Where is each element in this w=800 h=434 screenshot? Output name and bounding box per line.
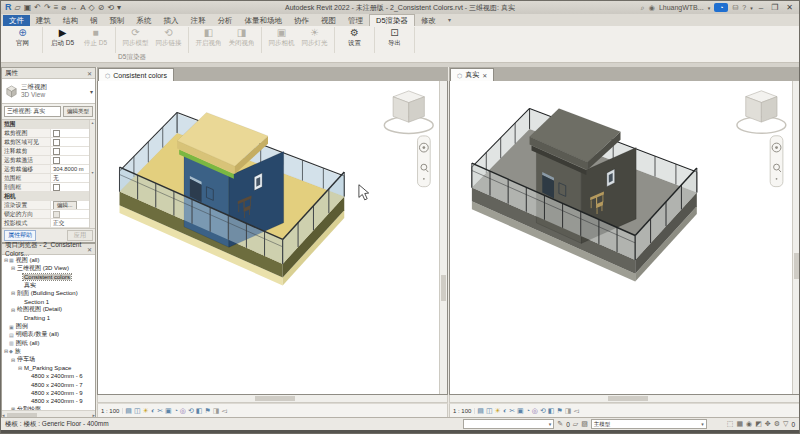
- apply-button[interactable]: 应用: [67, 230, 93, 241]
- properties-help-link[interactable]: 属性帮助: [4, 230, 36, 241]
- official-site-button[interactable]: ⊕官网: [6, 27, 39, 53]
- settings-button[interactable]: ⚙设置: [338, 27, 371, 53]
- browser-close-icon[interactable]: ✕: [87, 246, 92, 253]
- properties-scrollbar[interactable]: ▴▾: [89, 120, 95, 228]
- tree-item-15[interactable]: 4800 x 2400mm - 7: [2, 380, 95, 388]
- design-option-select[interactable]: 主模型▾: [591, 419, 707, 429]
- restore-button[interactable]: ❐: [769, 3, 780, 12]
- worksets-icon[interactable]: ▱: [573, 420, 578, 428]
- checkbox[interactable]: [53, 139, 60, 146]
- shadows-icon[interactable]: ◐: [503, 406, 507, 416]
- reveal-constraints-icon[interactable]: ⚑: [204, 406, 210, 416]
- checkbox[interactable]: [53, 148, 60, 155]
- type-selector-arrow-icon[interactable]: ▾: [90, 88, 93, 95]
- start-d5-button[interactable]: ▶启动 D5: [46, 27, 79, 53]
- tree-item-0[interactable]: ⊟▦视图 (all): [2, 256, 95, 264]
- design-options-icon[interactable]: ▨: [581, 420, 588, 428]
- ribbon-tab-13[interactable]: D5渲染器: [369, 14, 415, 26]
- sun-path-icon[interactable]: ☀: [143, 406, 149, 416]
- editing-requests-icon[interactable]: ✎: [557, 420, 563, 428]
- help-icon[interactable]: ?: [742, 4, 746, 11]
- property-group-header[interactable]: 相机⌃: [2, 192, 95, 201]
- revit-logo-icon[interactable]: R: [5, 3, 12, 12]
- tab-consistent-colors[interactable]: ⬡ Consistent colors: [98, 68, 174, 81]
- select-link-icon[interactable]: ⬚: [727, 420, 734, 428]
- temporary-hide-isolate-icon[interactable]: ◔: [174, 406, 178, 416]
- scale-button[interactable]: 1 : 100: [453, 408, 475, 414]
- left-hscrollbar[interactable]: [97, 395, 448, 403]
- open-file-icon[interactable]: ▱: [15, 3, 21, 12]
- detail-level-icon[interactable]: ▤: [125, 406, 132, 416]
- expand-bar-icon[interactable]: ◅: [573, 406, 578, 416]
- ribbon-tab-9[interactable]: 体量和场地: [239, 15, 289, 26]
- minimize-button[interactable]: –: [757, 3, 765, 12]
- export-button[interactable]: ⊡导出: [378, 27, 411, 53]
- tree-item-8[interactable]: ▣图例: [2, 322, 95, 330]
- ribbon-tab-14[interactable]: 修改: [415, 15, 442, 26]
- view-cube[interactable]: [737, 91, 786, 134]
- tree-item-11[interactable]: ⊟◆族: [2, 347, 95, 355]
- ribbon-tab-1[interactable]: 建筑: [30, 15, 57, 26]
- checkbox[interactable]: [53, 157, 60, 164]
- filter-icon[interactable]: ▽: [783, 420, 788, 428]
- left-vscrollbar[interactable]: [439, 81, 447, 394]
- ribbon-tab-2[interactable]: 结构: [57, 15, 84, 26]
- tree-item-5[interactable]: Section 1: [2, 297, 95, 305]
- app-store-icon[interactable]: ⛁: [732, 4, 738, 12]
- tree-item-17[interactable]: 4800 x 2400mm - 9: [2, 397, 95, 405]
- reveal-hidden-elements-icon[interactable]: ◎: [180, 406, 186, 416]
- undo-icon[interactable]: ↶: [34, 3, 41, 12]
- model-canvas-consistent-colors[interactable]: [98, 81, 440, 394]
- tab-close-icon[interactable]: ✕: [482, 72, 487, 79]
- model-canvas-realistic[interactable]: [450, 81, 793, 394]
- navigation-bar[interactable]: [418, 136, 431, 187]
- user-icon[interactable]: ◉: [649, 4, 655, 12]
- detail-level-icon[interactable]: ▤: [477, 406, 484, 416]
- navigation-bar[interactable]: [770, 136, 783, 187]
- search-icon[interactable]: ⌕: [641, 4, 645, 12]
- checkbox[interactable]: [53, 130, 60, 137]
- ribbon-tab-0[interactable]: 文件: [3, 15, 30, 26]
- tree-item-4[interactable]: ⊟剖面 (Building Section): [2, 289, 95, 297]
- view-filter-select[interactable]: 三维视图: 真实: [4, 106, 61, 117]
- ribbon-tab-6[interactable]: 插入: [158, 15, 185, 26]
- redo-icon[interactable]: ↷: [44, 3, 51, 12]
- select-underlay-icon[interactable]: ▦: [736, 420, 743, 428]
- type-selector[interactable]: 三维视图 3D View ▾: [2, 79, 95, 104]
- right-hscrollbar[interactable]: [449, 395, 800, 403]
- user-menu-arrow-icon[interactable]: ▾: [708, 5, 711, 11]
- ribbon-tab-11[interactable]: 视图: [315, 15, 342, 26]
- ribbon-tab-4[interactable]: 预制: [104, 15, 131, 26]
- help-menu-arrow-icon[interactable]: ▾: [750, 5, 753, 11]
- notification-badge[interactable]: ◔: [714, 3, 728, 12]
- customize-arrow-icon[interactable]: ▾: [117, 3, 121, 12]
- ribbon-tab-5[interactable]: 系统: [131, 15, 158, 26]
- settings-icon[interactable]: ⚙: [774, 420, 780, 428]
- hide-analytical-model-icon[interactable]: ◧: [196, 406, 203, 416]
- ribbon-tab-8[interactable]: 分析: [212, 15, 239, 26]
- worksharing-display-icon[interactable]: ◨: [213, 406, 220, 416]
- tree-item-10[interactable]: ▥图纸 (all): [2, 339, 95, 347]
- ribbon-tab-15[interactable]: ▾: [442, 15, 457, 26]
- worksharing-display-icon[interactable]: ◨: [565, 406, 572, 416]
- ribbon-tab-3[interactable]: 钢: [84, 15, 104, 26]
- property-group-header[interactable]: 范围⌃: [2, 120, 95, 129]
- tree-item-3[interactable]: 真实: [2, 281, 95, 289]
- tree-item-2[interactable]: Consistent colors: [2, 273, 95, 281]
- right-vscrollbar[interactable]: [792, 81, 800, 394]
- tree-item-7[interactable]: Drafting 1: [2, 314, 95, 322]
- measure-icon[interactable]: ⌀: [61, 3, 66, 12]
- tree-item-18[interactable]: ⊞分割轮廓: [2, 405, 95, 410]
- tree-item-1[interactable]: ⊟三维视图 (3D View): [2, 264, 95, 272]
- tree-item-16[interactable]: 4800 x 2400mm - 9: [2, 389, 95, 397]
- save-icon[interactable]: ▣: [24, 3, 32, 12]
- view-cube[interactable]: [384, 91, 433, 134]
- 3d-view-icon[interactable]: ◇: [88, 3, 94, 12]
- user-name[interactable]: LhuangWTB...: [659, 4, 704, 11]
- visual-style-icon[interactable]: ◫: [134, 406, 141, 416]
- ribbon-tab-7[interactable]: 注释: [185, 15, 212, 26]
- tree-item-14[interactable]: 4800 x 2400mm - 6: [2, 372, 95, 380]
- ribbon-tab-12[interactable]: 管理: [342, 15, 369, 26]
- tab-realistic[interactable]: ⬡ 真实 ✕: [450, 68, 494, 81]
- workset-select[interactable]: ▾: [463, 419, 554, 429]
